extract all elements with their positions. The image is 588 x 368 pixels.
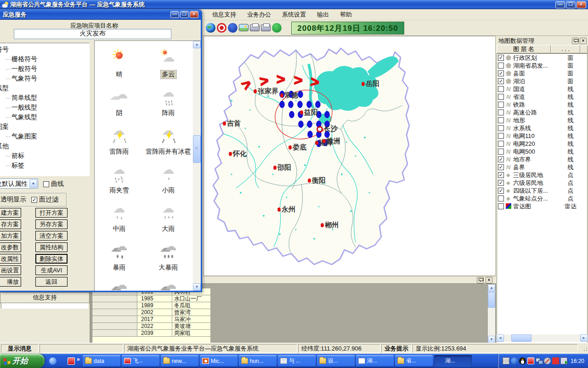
tree-item[interactable]: 一般符号 xyxy=(0,64,89,74)
weather-symbol-item[interactable]: ☀☁☁* 雨夹雪 xyxy=(95,161,144,199)
face-filter-checkbox[interactable]: ✓ xyxy=(31,197,37,203)
weather-symbol-item[interactable]: ☀☁☁* xyxy=(144,276,193,291)
scroll-up-icon[interactable]: ▲ xyxy=(193,41,201,48)
taskbar-button[interactable]: hun... xyxy=(239,355,277,367)
toolbar-icon[interactable] xyxy=(272,23,282,33)
tray-icon[interactable] xyxy=(503,357,509,364)
dialog-restore-button[interactable]: ❐ xyxy=(180,11,189,18)
scheme-button-right[interactable]: 删除实体 xyxy=(35,254,68,264)
layer-extra-header[interactable] xyxy=(580,45,588,53)
weather-symbol-item[interactable]: ☀☁☁* 阴 xyxy=(95,83,144,122)
layer-checkbox[interactable] xyxy=(498,203,504,209)
taskbar-button[interactable]: 湖... xyxy=(434,355,472,367)
weather-symbol-item[interactable]: ☀☁☁* xyxy=(95,276,144,291)
dialog-minimize-button[interactable]: — xyxy=(170,11,179,18)
weather-symbol-item[interactable]: ☀☁☁* 小雨 xyxy=(144,161,193,199)
tree-item[interactable]: 气象符号 xyxy=(0,74,89,83)
toolbar-icon[interactable] xyxy=(261,24,271,31)
layer-checkbox[interactable]: ✓ xyxy=(498,70,504,76)
layer-row[interactable]: ✓ 地市界 线 xyxy=(497,155,587,163)
weather-symbol-item[interactable]: ☀☁☁* 雷阵雨 xyxy=(95,122,144,161)
weather-symbol-item[interactable]: ☀☁☁* 晴 xyxy=(95,45,144,83)
layer-row[interactable]: ✓ 县面 面 xyxy=(497,69,587,77)
layer-list-hscrollbar[interactable]: ◄ ► xyxy=(497,334,588,342)
weather-symbol-item[interactable]: ☀☁☁* 大雨 xyxy=(144,199,193,238)
minimize-button[interactable]: — xyxy=(555,1,565,8)
bottom-pane-vscrollbar[interactable]: ▲ ▼ xyxy=(488,284,495,343)
tree-item[interactable]: 符号 xyxy=(0,45,89,54)
layer-checkbox[interactable]: ✓ xyxy=(498,188,504,194)
menu-item[interactable]: 输出 xyxy=(311,9,334,20)
close-icon[interactable]: × xyxy=(580,38,587,44)
pin-icon[interactable] xyxy=(572,38,579,44)
resize-grip[interactable] xyxy=(582,345,588,352)
menu-item[interactable]: 信息支持 xyxy=(207,9,242,20)
layer-checkbox[interactable]: ✓ xyxy=(498,78,504,84)
layer-checkbox[interactable] xyxy=(498,86,504,92)
taskbar-button[interactable]: new... xyxy=(161,355,198,367)
quick-launch-icon[interactable] xyxy=(58,357,66,365)
layer-row[interactable]: 水系线 线 xyxy=(497,124,587,132)
layer-checkbox[interactable]: ✓ xyxy=(498,55,504,61)
default-attr-combo[interactable]: 改默认属性 ▼ xyxy=(0,178,38,189)
tray-icon[interactable] xyxy=(511,357,518,364)
layer-row[interactable]: ✓ 行政区划 面 xyxy=(497,54,587,62)
taskbar-button[interactable]: data xyxy=(83,355,120,367)
layer-row[interactable]: 省道 线 xyxy=(497,93,587,101)
dialog-close-button[interactable]: × xyxy=(190,11,198,18)
taskbar-button[interactable]: 设... xyxy=(317,355,355,367)
maximize-button[interactable]: ❐ xyxy=(566,1,576,8)
layer-checkbox[interactable] xyxy=(498,109,504,115)
tree-item[interactable]: 箭标 xyxy=(0,151,89,161)
map-canvas[interactable]: > > > > > 张家界 常德 岳阳 益阳 xyxy=(204,36,496,276)
toolbar-icon[interactable] xyxy=(239,24,249,31)
chevron-down-icon[interactable]: ▼ xyxy=(29,179,37,188)
tray-icon[interactable] xyxy=(536,357,543,364)
scheme-button-right[interactable]: 清空方案 xyxy=(35,231,68,241)
layer-row[interactable]: 电网220 线 xyxy=(497,140,587,148)
project-name-input[interactable]: 火灾发布 xyxy=(14,29,171,39)
layer-name-header[interactable]: 图 层 名 xyxy=(497,45,551,53)
quick-launch-icon[interactable] xyxy=(49,357,57,365)
layer-row[interactable]: ✓ 三级居民地 点 xyxy=(497,171,587,179)
tray-icon[interactable] xyxy=(519,357,526,364)
taskbar-clock[interactable]: 16:20 xyxy=(571,358,584,364)
weather-symbol-item[interactable]: ☀☁☁* 多云 xyxy=(144,45,193,83)
scroll-up-icon[interactable]: ▲ xyxy=(488,284,495,292)
layer-checkbox[interactable] xyxy=(498,117,504,123)
layer-checkbox[interactable]: ✓ xyxy=(498,164,504,170)
taskbar-button[interactable]: 飞... xyxy=(122,355,159,367)
tray-icon[interactable] xyxy=(560,357,567,364)
layer-checkbox[interactable] xyxy=(498,94,504,100)
curve-checkbox[interactable] xyxy=(43,181,49,187)
scheme-button-left[interactable]: 画设置 xyxy=(0,265,21,275)
tree-item[interactable]: 气象线型 xyxy=(0,112,89,122)
layer-row[interactable]: 电网500 线 xyxy=(497,148,587,155)
dialog-titlebar[interactable]: 应急服务 — ❐ × xyxy=(0,9,201,20)
layer-checkbox[interactable] xyxy=(498,102,504,108)
layer-checkbox[interactable] xyxy=(498,63,504,69)
scheme-button-right[interactable]: 返回 xyxy=(35,277,68,287)
table-row[interactable]: 1989 冬瓜咀 xyxy=(92,302,210,309)
table-row[interactable]: 2022 黄坡塘 xyxy=(92,323,210,330)
taskbar-button[interactable]: Mic... xyxy=(200,355,237,367)
scheme-button-left[interactable]: 建方案 xyxy=(0,208,21,218)
tree-item[interactable]: 图案 xyxy=(0,122,89,132)
taskbar-button[interactable]: 省... xyxy=(395,355,433,367)
toolbar-icon[interactable] xyxy=(228,23,237,33)
scroll-down-icon[interactable]: ▼ xyxy=(488,336,495,343)
chevron-more-icon[interactable]: » xyxy=(77,356,80,362)
tree-item[interactable]: 其他 xyxy=(0,141,89,151)
layer-row[interactable]: 国道 线 xyxy=(497,85,587,93)
taskbar-button[interactable]: 与 ... xyxy=(278,355,316,367)
pin-icon[interactable] xyxy=(477,277,484,283)
layer-checkbox[interactable]: ✓ xyxy=(498,180,504,186)
scroll-down-icon[interactable]: ▼ xyxy=(193,283,201,291)
nav-bar-button[interactable]: 信息支持 xyxy=(0,292,90,303)
layer-row[interactable]: 湖南省易发... 面 xyxy=(497,62,587,69)
menu-item[interactable]: 帮助 xyxy=(334,9,357,20)
layer-checkbox[interactable] xyxy=(498,196,504,201)
layer-row[interactable]: 高速公路 线 xyxy=(497,109,587,116)
tray-icon[interactable] xyxy=(527,357,534,364)
menu-item[interactable]: 系统设置 xyxy=(277,9,311,20)
